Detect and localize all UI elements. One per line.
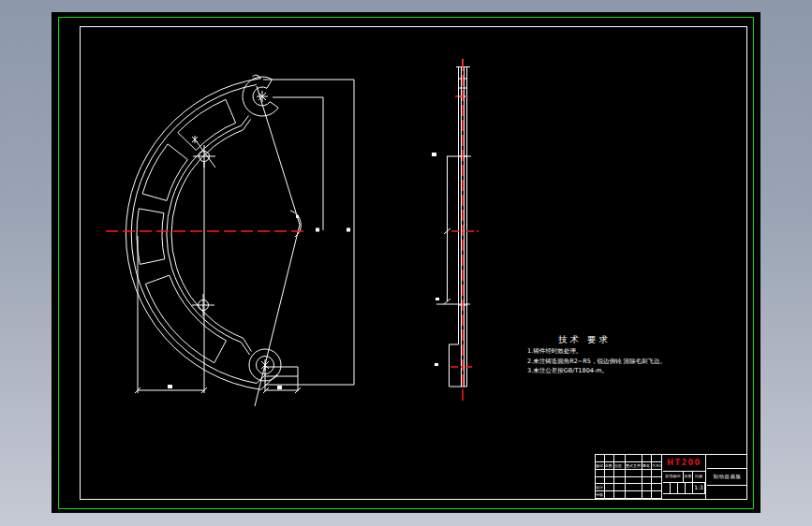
material-cell: HT200 <box>663 455 705 472</box>
scale-label: 比例 <box>693 472 704 482</box>
title-block: 标记 处数 分区 更改文件号 签名 年月日 设计 审核 HT200 <box>595 454 746 499</box>
technical-requirements: 技术 要求 1.铸件经时效处理。 2.未注铸造圆角R2~R5，锐边倒钝 清除毛刺… <box>527 334 677 376</box>
weight-label: 质量 <box>684 472 693 482</box>
stage-label: 阶段标记 <box>663 472 684 482</box>
rev-header-date: 年月日 <box>652 462 662 470</box>
side-view-dimensions <box>432 153 471 366</box>
rev-header-count: 处数 <box>605 462 614 470</box>
revision-grid: 标记 处数 分区 更改文件号 签名 年月日 设计 审核 <box>596 455 663 499</box>
title-block-middle: HT200 阶段标记 质量 比例 1:3 <box>663 455 706 499</box>
rev-header-mark: 标记 <box>596 462 605 470</box>
technical-requirement-item: 1.铸件经时效处理。 <box>527 346 677 357</box>
part-name-cell: 制动器底板 <box>707 469 747 486</box>
material-designation: HT200 <box>667 459 701 467</box>
technical-requirement-item: 3.未注公差按GB/T1804-m。 <box>527 366 677 376</box>
side-view-part <box>432 59 471 387</box>
technical-requirements-title: 技术 要求 <box>558 334 677 346</box>
rev-header-sign: 签名 <box>642 462 652 470</box>
cam-hook-feature <box>242 75 279 130</box>
main-view-part <box>125 75 354 406</box>
web-hole-bottom <box>192 294 214 316</box>
title-block-labels-row: 阶段标记 质量 比例 <box>663 472 705 483</box>
technical-requirement-item: 2.未注铸造圆角R2~R5，锐边倒钝 清除毛刺飞边。 <box>527 357 677 367</box>
title-block-right: 制动器底板 <box>707 455 747 499</box>
rev-header-zone: 分区 <box>614 462 626 470</box>
construction-lines <box>255 86 301 406</box>
cad-application-window: 技术 要求 1.铸件经时效处理。 2.未注铸造圆角R2~R5，锐边倒钝 清除毛刺… <box>0 0 812 526</box>
role-checker: 审核 <box>596 491 605 499</box>
rev-header-docno: 更改文件号 <box>626 462 642 470</box>
drawing-geometry <box>0 0 812 526</box>
part-name: 制动器底板 <box>714 474 742 480</box>
role-designer: 设计 <box>596 484 605 491</box>
scale-value: 1:3 <box>693 483 705 493</box>
stage-mark-boxes: 1:3 <box>663 483 705 494</box>
